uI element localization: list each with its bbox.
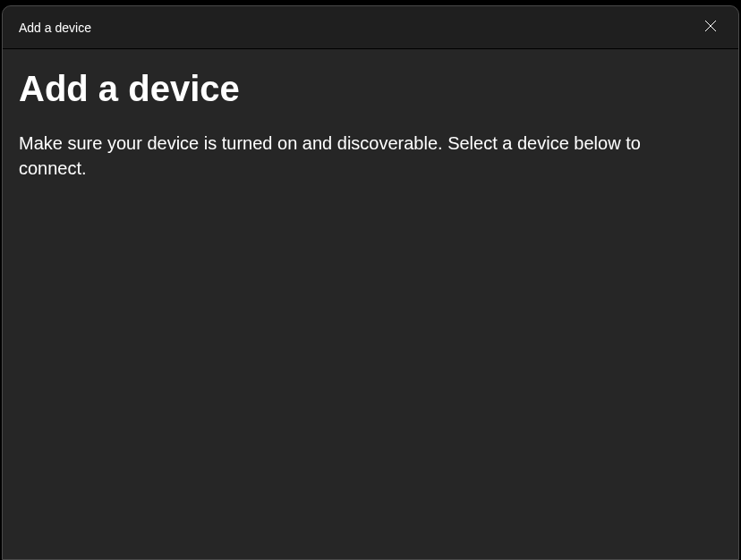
close-button[interactable] xyxy=(683,6,738,49)
page-description: Make sure your device is turned on and d… xyxy=(19,131,699,181)
dialog-content: Add a device Make sure your device is tu… xyxy=(3,49,738,559)
page-title: Add a device xyxy=(19,69,722,109)
window-title: Add a device xyxy=(19,21,91,35)
close-icon xyxy=(704,20,717,36)
titlebar: Add a device xyxy=(3,6,738,49)
add-device-dialog: Add a device Add a device Make sure your… xyxy=(2,5,739,560)
